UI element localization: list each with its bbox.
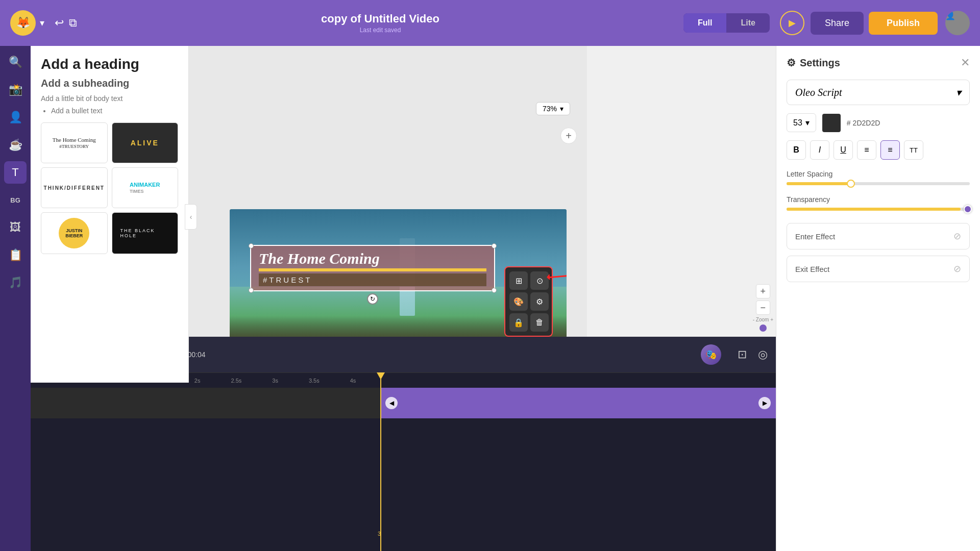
sidebar-item-images[interactable]: 🖼 (4, 216, 27, 239)
sidebar-item-characters[interactable]: 👤 (4, 106, 27, 129)
letter-spacing-thumb[interactable] (847, 180, 855, 188)
add-subheading-label[interactable]: Add a subheading (41, 78, 178, 89)
selection-handle-tl[interactable] (249, 243, 254, 248)
exit-effect-row[interactable]: Exit Effect ⊘ (787, 256, 970, 282)
list-button[interactable]: ≡ (857, 140, 876, 160)
publish-button[interactable]: Publish (869, 12, 938, 35)
sidebar-item-props[interactable]: ☕ (4, 134, 27, 156)
letter-spacing-fill (787, 182, 851, 185)
lite-view-button[interactable]: Lite (726, 13, 769, 33)
timeline-track[interactable]: ◀ ▶ (380, 388, 776, 418)
template-think[interactable]: THINK/DIFFERENT (41, 167, 108, 208)
settings-panel: ⚙ Settings ✕ Oleo Script ▾ 53 ▾ # 2D2D2D… (776, 46, 980, 551)
canvas-area: 73% ▾ + The Home Coming #TRUEST ↻ (189, 46, 587, 383)
title-area: copy of Untitled Video Last edit saved (77, 12, 683, 34)
ctx-palette-button[interactable]: 🎨 (509, 292, 528, 311)
zoom-indicator[interactable]: 73% ▾ (536, 102, 570, 115)
rotate-handle[interactable]: ↻ (367, 293, 378, 305)
transparency-label: Transparency (787, 195, 970, 204)
timeline-scenes-icon[interactable]: ⊡ (738, 348, 747, 361)
timeline-track-past (31, 388, 380, 418)
letter-spacing-slider[interactable] (787, 182, 970, 185)
color-swatch[interactable] (822, 114, 841, 132)
font-size-chevron: ▾ (805, 118, 810, 128)
ctx-lock-button[interactable]: 🔒 (509, 313, 528, 332)
settings-header: ⚙ Settings ✕ (787, 56, 970, 69)
timeline-avatar[interactable]: 🎭 (701, 344, 721, 365)
time-total-display: 00:04 (188, 350, 206, 359)
template-blackhole[interactable]: THE BLACK HOLE (112, 212, 179, 254)
format-buttons-row: B I U ≡ ≡ TT (787, 140, 970, 160)
logo-icon[interactable]: 🦊 (10, 10, 36, 36)
settings-close-button[interactable]: ✕ (961, 56, 970, 69)
red-arrow-head (544, 274, 550, 281)
font-size-row: 53 ▾ # 2D2D2D (787, 113, 970, 132)
selection-handle-br[interactable] (492, 288, 497, 293)
share-button[interactable]: Share (811, 12, 864, 35)
align-right-button[interactable]: ≡ (880, 140, 900, 160)
ruler-3.5s: 3.5s (309, 378, 320, 384)
ruler-2.5s: 2.5s (231, 378, 241, 384)
canvas-text-box[interactable]: The Home Coming #TRUEST ↻ ⊞ ⊙ 🎨 ⚙ 🔒 🗑 (250, 245, 495, 291)
add-element-button[interactable]: + (560, 128, 577, 144)
text-templates-grid: The Home Coming#TRUESTORY ALIVE THINK/DI… (41, 122, 178, 254)
font-selector[interactable]: Oleo Script ▾ (787, 80, 970, 105)
settings-title: ⚙ Settings (787, 57, 840, 69)
ctx-settings-button[interactable]: ⚙ (530, 292, 549, 311)
sidebar-item-media[interactable]: 📸 (4, 79, 27, 101)
playhead-marker (377, 372, 385, 380)
enter-effect-row[interactable]: Enter Effect ⊘ (787, 223, 970, 249)
color-hex-display[interactable]: # 2D2D2D (847, 119, 880, 127)
zoom-dot[interactable] (760, 324, 767, 332)
last-saved-label: Last edit saved (77, 27, 683, 34)
undo-button[interactable]: ↩ (55, 16, 64, 30)
ruler-4s: 4s (350, 378, 356, 384)
selection-handle-bl[interactable] (249, 288, 254, 293)
template-alive[interactable]: ALIVE (112, 122, 179, 163)
transparency-thumb[interactable] (964, 205, 972, 213)
playhead-number: 3 (378, 531, 381, 537)
zoom-out-button[interactable]: − (756, 300, 770, 315)
template-justin[interactable]: JUSTINBIEBER (41, 212, 108, 254)
template-homecoming[interactable]: The Home Coming#TRUESTORY (41, 122, 108, 163)
track-left-handle[interactable]: ◀ (385, 397, 398, 409)
timeline-playhead[interactable]: 3 (380, 372, 381, 551)
zoom-controls: + − - Zoom + (753, 284, 773, 332)
zoom-text-label: - Zoom + (753, 317, 773, 322)
font-dropdown-icon: ▾ (956, 86, 961, 98)
ctx-delete-button[interactable]: 🗑 (530, 313, 549, 332)
text-transform-button[interactable]: TT (904, 140, 923, 160)
font-size-selector[interactable]: 53 ▾ (787, 113, 816, 132)
logo-dropdown-icon[interactable]: ▾ (40, 17, 44, 29)
transparency-slider[interactable] (787, 208, 970, 211)
italic-button[interactable]: I (810, 140, 829, 160)
sidebar-item-text[interactable]: T (4, 161, 27, 184)
sidebar-item-search[interactable]: 🔍 (4, 51, 27, 73)
selection-handle-tr[interactable] (492, 243, 497, 248)
exit-effect-icon: ⊘ (953, 263, 961, 274)
sidebar-item-music[interactable]: 🎵 (4, 271, 27, 294)
logo-area: 🦊 ▾ (10, 10, 44, 36)
underline-button[interactable]: U (834, 140, 853, 160)
bold-button[interactable]: B (787, 140, 806, 160)
settings-gear-icon: ⚙ (787, 57, 796, 69)
copy-button[interactable]: ⧉ (69, 16, 77, 30)
full-view-button[interactable]: Full (683, 13, 726, 33)
template-animaker[interactable]: ANIMAKERTIMES (112, 167, 179, 208)
track-right-handle[interactable]: ▶ (758, 397, 771, 409)
ctx-move-button[interactable]: ⊞ (509, 271, 528, 290)
view-toggle: Full Lite (683, 13, 770, 33)
exit-effect-label: Exit Effect (795, 265, 829, 273)
add-body-label[interactable]: Add a little bit of body text (41, 94, 178, 103)
letter-spacing-label: Letter Spacing (787, 170, 970, 178)
ruler-2s: 2s (194, 378, 201, 384)
add-bullet-label[interactable]: Add a bullet text (51, 107, 178, 115)
timeline-settings-icon[interactable]: ◎ (758, 348, 768, 361)
preview-play-button[interactable] (780, 11, 804, 35)
sidebar-item-background[interactable]: BG (4, 189, 27, 211)
add-heading-label[interactable]: Add a heading (41, 56, 178, 72)
fold-panel-button[interactable]: ‹ (185, 204, 197, 230)
sidebar-item-charts[interactable]: 📋 (4, 244, 27, 266)
zoom-in-button[interactable]: + (756, 284, 770, 298)
user-avatar[interactable]: 👤 (945, 11, 970, 35)
